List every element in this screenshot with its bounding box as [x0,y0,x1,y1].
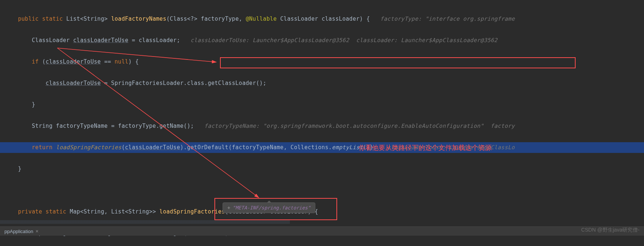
constant-value-tooltip[interactable]: + "META-INF/spring.factories" [223,202,315,213]
tab-bar: ppApplication × [0,226,644,236]
inline-hint: factoryType: "interface org.springframe [380,16,515,22]
watermark: CSDN @野生java研究僧- [581,227,640,233]
code-line: if (classLoaderToUse == null) { [0,57,644,67]
annotation-text: 你看他要从类路径下的这个文件加载这个资源 [359,143,492,152]
code-line: public static List<String> loadFactoryNa… [0,14,644,24]
code-line: } [0,99,644,110]
inline-hint: classLoaderToUse: Launcher$AppClassLoade… [190,37,349,44]
scrollbar-track[interactable] [0,220,644,224]
tooltip-text: "META-INF/spring.factories" [233,205,311,211]
inline-hint: factoryTypeName: "org.springframework.bo… [204,123,484,129]
close-icon[interactable]: × [35,228,38,234]
code-line: ClassLoader classLoaderToUse = classLoad… [0,35,644,46]
code-editor[interactable]: public static List<String> loadFactoryNa… [0,0,644,246]
code-line: } [0,164,644,174]
code-line: String factoryTypeName = factoryType.get… [0,121,644,131]
inline-hint: classLoader: Launcher$AppClassLoader@356… [356,37,498,44]
plus-icon: + [227,205,230,211]
code-line: classLoaderToUse = SpringFactoriesLoader… [0,78,644,89]
code-line [0,185,644,196]
highlighted-line: return loadSpringFactories(classLoaderTo… [0,142,644,153]
tab-ppapplication[interactable]: ppApplication × [4,228,38,234]
code-line: private static Map<String, List<String>>… [0,206,644,217]
tab-label: ppApplication [4,229,33,234]
